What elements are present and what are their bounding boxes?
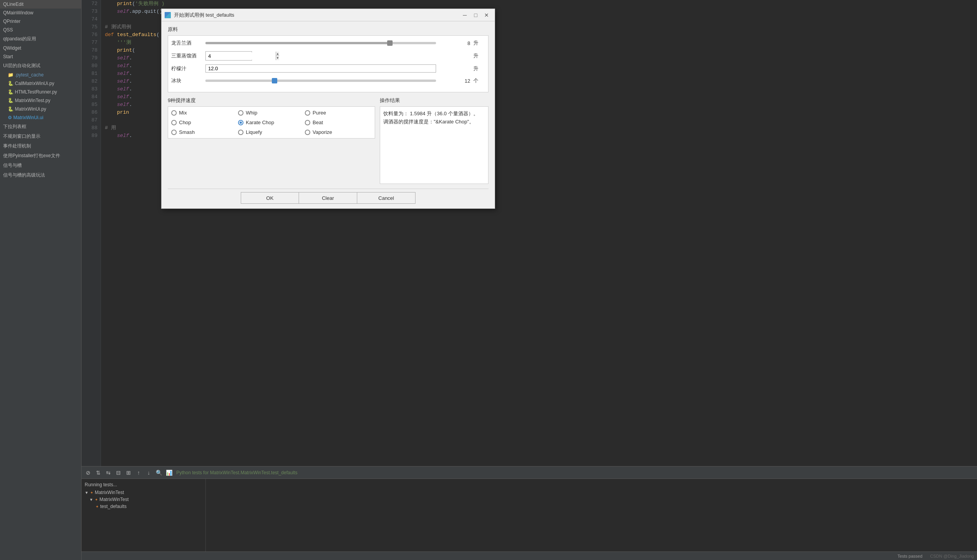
sidebar-item-matrixwinuiui[interactable]: ⚙ MatrixWinUi.ui [0, 113, 81, 122]
sidebar-item-signal[interactable]: 信号与槽 [0, 161, 81, 170]
dialog-titlebar: 开始测试用例 test_defaults ─ □ ✕ [162, 9, 495, 21]
ingredient-row-triple: 三重蒸馏酒 ▲ ▼ 升 [171, 51, 485, 61]
radio-circle-karate-chop [238, 120, 243, 125]
sidebar-item-qlineedit[interactable]: QLineEdit [0, 0, 81, 9]
radio-label-whip: Whip [246, 110, 257, 116]
dialog-controls: ─ □ ✕ [460, 11, 492, 19]
spinbox-input-triple[interactable] [206, 52, 276, 60]
slider-tequila[interactable] [205, 39, 436, 47]
ingredient-unit-triple: 升 [473, 52, 485, 59]
spin-icon-defaults: ✦ [96, 505, 99, 509]
dialog-icon [165, 12, 171, 18]
test-tree-matrixwintest-child[interactable]: ▼ ✦ MatrixWinTest [82, 496, 205, 503]
down-button[interactable]: ↓ [144, 468, 153, 477]
result-box: 饮料量为： 1.5984 升（36.0 个量酒器）。 调酒器的搅拌速度是："&K… [380, 106, 488, 184]
radio-circle-chop [171, 120, 177, 125]
sidebar-item-qwidget[interactable]: QWidget [0, 44, 81, 52]
search-button[interactable]: 🔍 [155, 468, 163, 477]
sidebar-item-irregular[interactable]: 不规则窗口的显示 [0, 132, 81, 141]
sidebar-item-dropdown[interactable]: 下拉列表框 [0, 122, 81, 132]
ok-button[interactable]: OK [241, 192, 299, 204]
spin-icon: ✦ [90, 491, 93, 495]
ingredient-control-ice [205, 76, 436, 85]
speed-section: 9种搅拌速度 Mix Whip Puree [168, 97, 375, 184]
sort-asc-button[interactable]: ⇅ [94, 468, 103, 477]
radio-circle-smash [171, 130, 177, 135]
radio-dot-karate-chop [240, 121, 242, 124]
radio-puree[interactable]: Puree [305, 110, 372, 116]
ingredient-name-tequila: 龙舌兰酒 [171, 40, 202, 47]
radio-label-karate-chop: Karate Chop [246, 120, 274, 125]
sort-desc-button[interactable]: ⇆ [104, 468, 113, 477]
clear-button[interactable]: Clear [299, 192, 357, 204]
sidebar-item-qtpandas[interactable]: qtpandas的应用 [0, 34, 81, 44]
cancel-button[interactable]: Cancel [357, 192, 415, 204]
minimize-button[interactable]: ─ [460, 11, 470, 19]
radio-chop[interactable]: Chop [171, 120, 238, 125]
dialog-body: 原料 龙舌兰酒 8 [162, 21, 495, 189]
test-tree-test-defaults[interactable]: ✦ test_defaults [82, 503, 205, 510]
maximize-button[interactable]: □ [471, 11, 481, 19]
sidebar: QLineEdit QMainWindow QPrinter QSS qtpan… [0, 0, 82, 560]
ingredient-name-ice: 冰块 [171, 77, 202, 84]
radio-smash[interactable]: Smash [171, 129, 238, 135]
spinbox-down-triple[interactable]: ▼ [276, 56, 279, 60]
expand-button[interactable]: ⊞ [124, 468, 133, 477]
radio-whip[interactable]: Whip [238, 110, 305, 116]
line-numbers: 72 73 74 75 76 77 78 79 80 81 82 83 84 8… [82, 0, 101, 466]
close-button[interactable]: ✕ [482, 11, 492, 19]
sidebar-item-qprinter[interactable]: QPrinter [0, 17, 81, 26]
spinbox-up-triple[interactable]: ▲ [276, 52, 279, 56]
radio-circle-mix [171, 110, 177, 116]
radio-vaporize[interactable]: Vaporize [305, 129, 372, 135]
ingredient-row-tequila: 龙舌兰酒 8 升 [171, 39, 485, 47]
status-text: Python tests for MatrixWinTest.MatrixWin… [176, 470, 297, 475]
radio-karate-chop[interactable]: Karate Chop [238, 120, 305, 125]
sidebar-item-ui-auto[interactable]: UI层的自动化测试 [0, 61, 81, 71]
radio-label-vaporize: Vaporize [313, 129, 332, 135]
sidebar-item-start[interactable]: Start [0, 52, 81, 61]
sidebar-item-pyinstaller[interactable]: 使用Pyinstaller打包exe文件 [0, 151, 81, 161]
sidebar-item-event[interactable]: 事件处理机制 [0, 141, 81, 151]
ingredient-control-tequila [205, 39, 436, 47]
up-button[interactable]: ↑ [134, 468, 143, 477]
radio-beat[interactable]: Beat [305, 120, 372, 125]
sidebar-item-qss[interactable]: QSS [0, 26, 81, 34]
slider-ice[interactable] [205, 76, 436, 85]
radio-circle-vaporize [305, 130, 310, 135]
speed-grid: Mix Whip Puree Chop [168, 106, 375, 139]
radio-mix[interactable]: Mix [171, 110, 238, 116]
radio-label-chop: Chop [179, 120, 191, 125]
status-right: Tests passed [897, 554, 922, 558]
spin-icon-child: ✦ [95, 498, 98, 502]
slider-fill-tequila [205, 42, 390, 44]
radio-label-liquefy: Liquefy [246, 129, 262, 135]
chart-button[interactable]: 📊 [165, 468, 173, 477]
radio-liquefy[interactable]: Liquefy [238, 129, 305, 135]
slider-thumb-tequila[interactable] [387, 40, 393, 46]
bottom-content: Running tests... ▼ ✦ MatrixWinTest ▼ ✦ M… [82, 479, 977, 551]
sidebar-item-matrixwinuipy[interactable]: 🐍 MatrixWinUi.py [0, 105, 81, 113]
sidebar-item-callmatrix[interactable]: 🐍 CallMatrixWinUi.py [0, 79, 81, 88]
text-input-lemon[interactable] [205, 64, 436, 73]
dialog-title-left: 开始测试用例 test_defaults [165, 12, 234, 19]
test-tree-matrixwintest[interactable]: ▼ ✦ MatrixWinTest [82, 489, 205, 496]
ingredient-row-lemon: 柠檬汁 升 [171, 64, 485, 73]
stop-button[interactable]: ⊘ [84, 468, 92, 477]
collapse-button[interactable]: ⊟ [114, 468, 123, 477]
sidebar-item-pytest-cache[interactable]: 📁 .pytest_cache [0, 71, 81, 79]
slider-thumb-ice[interactable] [272, 78, 277, 83]
ingredient-row-ice: 冰块 12 个 [171, 76, 485, 85]
sidebar-item-matrixwintest[interactable]: 🐍 MatrixWinTest.py [0, 96, 81, 105]
slider-fill-ice [205, 80, 275, 82]
radio-circle-liquefy [238, 130, 243, 135]
sidebar-item-signal-adv[interactable]: 信号与槽的高级玩法 [0, 170, 81, 180]
test-tree: Running tests... ▼ ✦ MatrixWinTest ▼ ✦ M… [82, 479, 206, 551]
spinbox-triple[interactable]: ▲ ▼ [205, 51, 252, 61]
ingredient-unit-ice: 个 [473, 77, 485, 84]
ingredients-label: 原料 [168, 26, 488, 33]
sidebar-item-qmainwindow[interactable]: QMainWindow [0, 9, 81, 17]
radio-circle-beat [305, 120, 310, 125]
sidebar-item-htmltestrunner[interactable]: 🐍 HTMLTestRunner.py [0, 88, 81, 96]
radio-label-smash: Smash [179, 129, 195, 135]
